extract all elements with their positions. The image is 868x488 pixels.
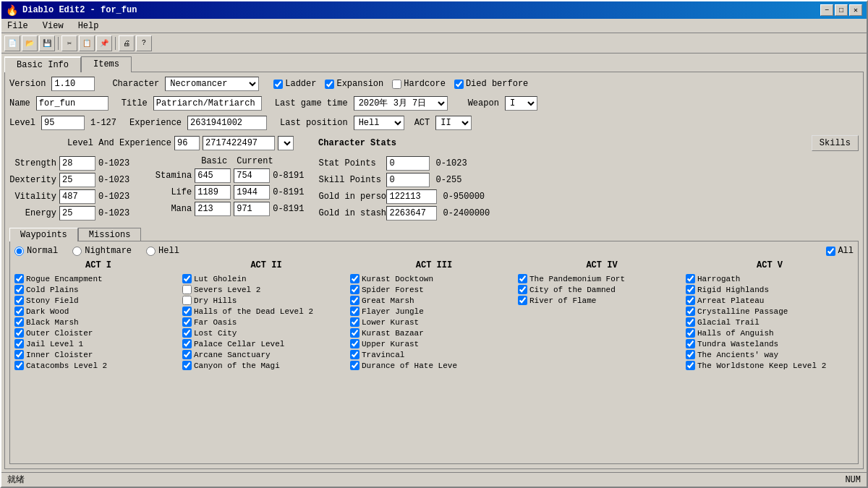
wp-lut-gholein[interactable]	[182, 274, 192, 283]
wp-canyon-magi[interactable]	[182, 361, 192, 370]
skills-button[interactable]: Skills	[812, 135, 859, 151]
weapon-select[interactable]: I	[505, 96, 537, 111]
ladder-checkbox[interactable]	[273, 80, 283, 89]
wp-kurast-docktown[interactable]	[350, 274, 359, 283]
level-exp-label: Level And Experience	[67, 138, 171, 148]
stamina-current-input[interactable]	[234, 168, 270, 183]
level-input[interactable]	[41, 116, 85, 130]
menu-file[interactable]: File	[4, 20, 31, 32]
toolbar-new[interactable]: 📄	[4, 35, 20, 51]
toolbar-save[interactable]: 💾	[39, 35, 55, 51]
wp-river-flame[interactable]	[518, 296, 527, 305]
normal-radio[interactable]	[14, 247, 24, 256]
life-basic-input[interactable]	[195, 185, 231, 200]
died-checkbox[interactable]	[454, 80, 464, 89]
wp-halls-dead[interactable]	[182, 307, 192, 316]
strength-input[interactable]	[59, 156, 95, 171]
stat-points-input[interactable]	[386, 156, 430, 171]
tab-items[interactable]: Items	[81, 56, 132, 72]
last-game-select[interactable]: 2020年 3月 7日	[354, 96, 448, 111]
wp-tundra-wastelands[interactable]	[686, 339, 695, 348]
hell-radio[interactable]	[146, 247, 156, 256]
act1-col: ACT I Rogue Encampment Cold Plains Stony…	[14, 260, 182, 459]
wp-city-damned[interactable]	[518, 285, 527, 294]
tab-missions[interactable]: Missions	[78, 228, 142, 241]
act-select[interactable]: II	[435, 116, 472, 130]
exp-input[interactable]	[187, 116, 267, 130]
stamina-basic-input[interactable]	[195, 168, 231, 183]
hardcore-checkbox[interactable]	[392, 80, 401, 89]
title-input[interactable]	[153, 96, 262, 111]
wp-dry-hills[interactable]	[182, 296, 192, 305]
name-input[interactable]	[36, 96, 109, 111]
wp-upper-kurast[interactable]	[350, 339, 359, 348]
toolbar-paste[interactable]: 📌	[96, 35, 112, 51]
wp-ancients-way[interactable]	[686, 350, 695, 359]
wp-arcane-sanctuary[interactable]	[182, 350, 192, 359]
mana-current-input[interactable]	[234, 202, 270, 216]
minimize-button[interactable]: −	[820, 4, 833, 16]
wp-travincal[interactable]	[350, 350, 359, 359]
wp-great-marsh[interactable]	[350, 296, 359, 305]
stamina-label: Stamina	[148, 171, 192, 181]
wp-stony-field[interactable]	[14, 296, 24, 305]
tab-waypoints[interactable]: Waypoints	[9, 228, 78, 241]
wp-worldstone-keep[interactable]	[686, 361, 695, 370]
dex-row: Dexterity 0-1023	[9, 173, 129, 187]
toolbar-copy[interactable]: 📋	[79, 35, 95, 51]
wp-glacial-trail[interactable]	[686, 317, 695, 327]
menu-help[interactable]: Help	[75, 20, 102, 32]
vit-input[interactable]	[59, 189, 95, 204]
dex-input[interactable]	[59, 173, 95, 187]
gold-person-input[interactable]	[386, 189, 437, 204]
wp-durance-hate[interactable]	[350, 361, 359, 370]
strength-row: Strength 0-1023	[9, 156, 129, 171]
menu-view[interactable]: View	[40, 20, 67, 32]
mana-basic-input[interactable]	[195, 202, 231, 216]
maximize-button[interactable]: □	[835, 4, 848, 16]
wp-dark-wood[interactable]	[14, 307, 24, 316]
gold-stash-input[interactable]	[386, 206, 437, 221]
tab-basic-info[interactable]: Basic Info	[4, 56, 81, 72]
expansion-checkbox[interactable]	[325, 80, 334, 89]
version-input[interactable]	[51, 77, 95, 91]
toolbar-open[interactable]: 📂	[22, 35, 38, 51]
wp-crystalline-passage[interactable]	[686, 307, 695, 316]
level-exp-level-input[interactable]	[174, 136, 200, 150]
character-select[interactable]: Necromancer	[165, 77, 259, 91]
close-button[interactable]: ✕	[849, 4, 862, 16]
wp-outer-cloister[interactable]	[14, 328, 24, 338]
menu-bar: File View Help	[1, 19, 867, 33]
wp-arreat-plateau[interactable]	[686, 296, 695, 305]
wp-rogue-encampment[interactable]	[14, 274, 24, 283]
wp-flayer-jungle[interactable]	[350, 307, 359, 316]
wp-spider-forest[interactable]	[350, 285, 359, 294]
toolbar-help[interactable]: ?	[136, 35, 152, 51]
nightmare-radio[interactable]	[72, 247, 82, 256]
wp-inner-cloister[interactable]	[14, 350, 24, 359]
life-current-input[interactable]	[234, 185, 270, 200]
wp-pandemonium-fort[interactable]	[518, 274, 527, 283]
wp-black-marsh[interactable]	[14, 317, 24, 327]
wp-severs-level-2[interactable]	[182, 285, 192, 294]
energy-input[interactable]	[59, 206, 95, 221]
skill-points-input[interactable]	[386, 173, 430, 187]
level-exp-value-input[interactable]	[203, 136, 275, 150]
wp-far-oasis[interactable]	[182, 317, 192, 327]
wp-rigid-highlands[interactable]	[686, 285, 695, 294]
wp-kurast-bazaar[interactable]	[350, 328, 359, 338]
wp-cold-plains[interactable]	[14, 285, 24, 294]
level-exp-select[interactable]	[278, 136, 294, 150]
wp-lower-kurast[interactable]	[350, 317, 359, 327]
toolbar-extra1[interactable]: 🖨	[119, 35, 135, 51]
wp-catacombs-level-2[interactable]	[14, 361, 24, 370]
wp-jail-level-1[interactable]	[14, 339, 24, 348]
wp-halls-anguish[interactable]	[686, 328, 695, 338]
wp-lost-city[interactable]	[182, 328, 192, 338]
wp-palace-cellar[interactable]	[182, 339, 192, 348]
wp-harrogath[interactable]	[686, 274, 695, 283]
all-checkbox[interactable]	[826, 247, 835, 256]
last-pos-select[interactable]: Hell	[354, 116, 404, 130]
toolbar-cut[interactable]: ✂	[61, 35, 77, 51]
energy-range: 0-1023	[98, 208, 129, 218]
